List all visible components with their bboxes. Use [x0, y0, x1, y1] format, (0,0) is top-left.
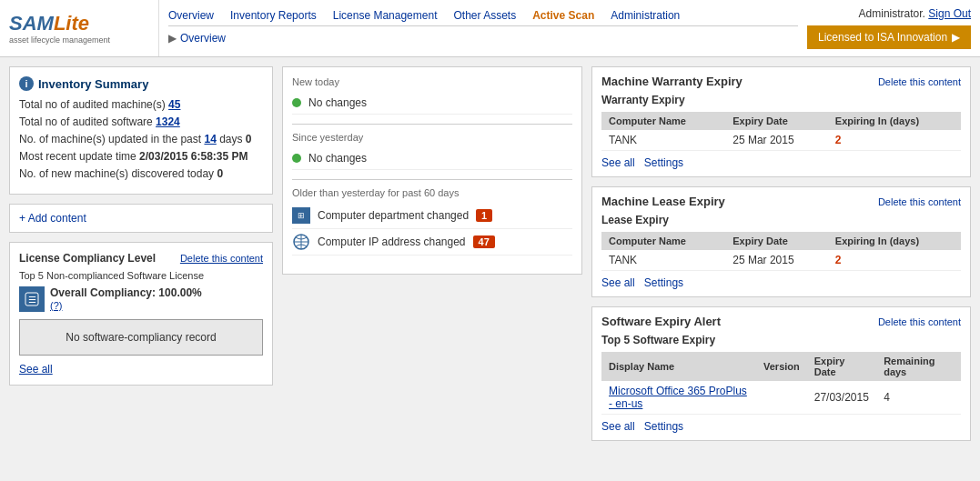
logo-text: SAMLite: [9, 12, 89, 35]
warranty-col-name: Computer Name: [601, 112, 725, 130]
nav-area: Overview Inventory Reports License Manag…: [159, 0, 807, 56]
inv-recent-update: Most recent update time 2/03/2015 6:58:3…: [19, 150, 263, 163]
updated-count: 0: [246, 133, 252, 145]
svg-text:☰: ☰: [28, 295, 36, 305]
license-text: Licensed to ISA Innovation: [818, 31, 947, 44]
lease-widget: Machine Lease Expiry Delete this content…: [591, 186, 971, 297]
add-content-link[interactable]: + Add content: [19, 212, 86, 225]
software-expiry-delete-link[interactable]: Delete this content: [878, 316, 961, 327]
se-days: 4: [876, 381, 961, 415]
warranty-footer: See all Settings: [601, 156, 961, 169]
breadcrumb-area: ▶ Overview: [168, 26, 798, 48]
software-expiry-footer: See all Settings: [601, 420, 961, 433]
lease-name: TANK: [601, 250, 725, 271]
dept-change-count: 1: [476, 209, 492, 222]
dept-change-row: ⊞ Computer department changed 1: [292, 203, 572, 229]
lease-footer: See all Settings: [601, 276, 961, 289]
lease-days: 2: [828, 250, 961, 271]
software-expiry-table: Display Name Version Expiry Date Remaini…: [601, 352, 961, 415]
lease-col-days: Expiring In (days): [828, 232, 961, 250]
se-name-link[interactable]: Microsoft Office 365 ProPlus - en-us: [609, 385, 747, 410]
recent-update-time: 2/03/2015 6:58:35 PM: [139, 150, 248, 163]
warranty-days: 2: [828, 130, 961, 151]
lease-expiry: 25 Mar 2015: [725, 250, 828, 271]
since-yesterday-label: Since yesterday: [292, 132, 572, 143]
user-area: Administrator. Sign Out Licensed to ISA …: [807, 0, 980, 56]
left-panel: i Inventory Summary Total no of audited …: [9, 66, 273, 466]
lc-delete-link[interactable]: Delete this content: [180, 253, 263, 264]
lease-settings[interactable]: Settings: [644, 276, 683, 289]
se-col-days: Remaining days: [876, 352, 961, 381]
software-expiry-header: Software Expiry Alert Delete this conten…: [601, 315, 961, 328]
warranty-settings[interactable]: Settings: [644, 156, 683, 169]
since-yesterday-section: Since yesterday No changes: [292, 132, 572, 170]
audited-software-link[interactable]: 1324: [156, 115, 180, 128]
warranty-see-all[interactable]: See all: [601, 156, 635, 169]
se-settings[interactable]: Settings: [644, 420, 683, 433]
ip-change-text: Computer IP address changed: [318, 235, 466, 248]
software-expiry-subtitle: Top 5 Software Expiry: [601, 334, 961, 346]
nav-inventory-reports[interactable]: Inventory Reports: [230, 9, 317, 22]
lease-see-all[interactable]: See all: [601, 276, 635, 289]
se-col-version: Version: [756, 352, 807, 381]
warranty-name: TANK: [601, 130, 725, 151]
warranty-col-expiry: Expiry Date: [725, 112, 828, 130]
info-icon: i: [19, 76, 34, 91]
right-panel: Machine Warranty Expiry Delete this cont…: [591, 66, 971, 466]
logo-area: SAMLite asset lifecycle management: [0, 0, 159, 56]
breadcrumb-link[interactable]: Overview: [180, 32, 226, 45]
inv-updated-machines: No. of machine(s) updated in the past 14…: [19, 133, 263, 145]
se-name: Microsoft Office 365 ProPlus - en-us: [601, 381, 756, 415]
sign-out-link[interactable]: Sign Out: [928, 7, 971, 20]
new-today-row: No changes: [292, 92, 572, 115]
since-yesterday-row: No changes: [292, 147, 572, 170]
table-row: TANK 25 Mar 2015 2: [601, 130, 961, 151]
inventory-summary-title: i Inventory Summary: [19, 76, 263, 91]
lc-icon: ☰: [19, 286, 45, 312]
lease-col-name: Computer Name: [601, 232, 725, 250]
add-content-panel[interactable]: + Add content: [9, 204, 273, 233]
user-info: Administrator. Sign Out: [859, 7, 971, 20]
older-section: Older than yesterday for past 60 days ⊞ …: [292, 187, 572, 256]
inv-new-machines: No. of new machine(s) discovered today 0: [19, 167, 263, 180]
warranty-expiry: 25 Mar 2015: [725, 130, 828, 151]
user-name: Administrator.: [859, 7, 925, 20]
breadcrumb-chevron: ▶: [168, 32, 177, 45]
older-label: Older than yesterday for past 60 days: [292, 187, 572, 198]
audited-machines-link[interactable]: 45: [168, 98, 180, 111]
warranty-table: Computer Name Expiry Date Expiring In (d…: [601, 112, 961, 151]
se-col-expiry: Expiry Date: [807, 352, 876, 381]
lc-see-all-link[interactable]: See all: [19, 363, 53, 376]
se-see-all[interactable]: See all: [601, 420, 635, 433]
warranty-col-days: Expiring In (days): [828, 112, 961, 130]
new-today-label: New today: [292, 76, 572, 87]
warranty-widget: Machine Warranty Expiry Delete this cont…: [591, 66, 971, 177]
green-dot-icon: [292, 98, 301, 107]
green-dot-icon-2: [292, 154, 301, 163]
dept-change-text: Computer department changed: [318, 209, 469, 222]
nav-administration[interactable]: Administration: [611, 9, 680, 22]
lease-subtitle: Lease Expiry: [601, 214, 961, 226]
license-badge[interactable]: Licensed to ISA Innovation ▶: [807, 25, 971, 49]
nav-other-assets[interactable]: Other Assets: [453, 9, 516, 22]
warranty-title: Machine Warranty Expiry: [601, 75, 743, 88]
warranty-delete-link[interactable]: Delete this content: [878, 76, 961, 87]
nav-overview[interactable]: Overview: [168, 9, 214, 22]
nav-active-scan[interactable]: Active Scan: [532, 9, 594, 22]
lc-title: License Compliancy Level: [19, 252, 156, 265]
inv-audited-machines: Total no of audited machine(s) 45: [19, 98, 263, 111]
lease-delete-link[interactable]: Delete this content: [878, 196, 961, 207]
ip-change-row: Computer IP address changed 47: [292, 229, 572, 256]
lc-question-link[interactable]: (?): [50, 300, 62, 311]
lease-table: Computer Name Expiry Date Expiring In (d…: [601, 232, 961, 271]
lease-col-expiry: Expiry Date: [725, 232, 828, 250]
table-row: TANK 25 Mar 2015 2: [601, 250, 961, 271]
since-yesterday-text: No changes: [308, 152, 367, 165]
dept-icon: ⊞: [292, 207, 310, 224]
updated-days-link[interactable]: 14: [204, 133, 216, 145]
inv-audited-software: Total no of audited software 1324: [19, 115, 263, 128]
nav-license-management[interactable]: License Management: [333, 9, 438, 22]
lease-title: Machine Lease Expiry: [601, 195, 725, 208]
warranty-subtitle: Warranty Expiry: [601, 94, 961, 106]
se-expiry: 27/03/2015: [807, 381, 876, 415]
